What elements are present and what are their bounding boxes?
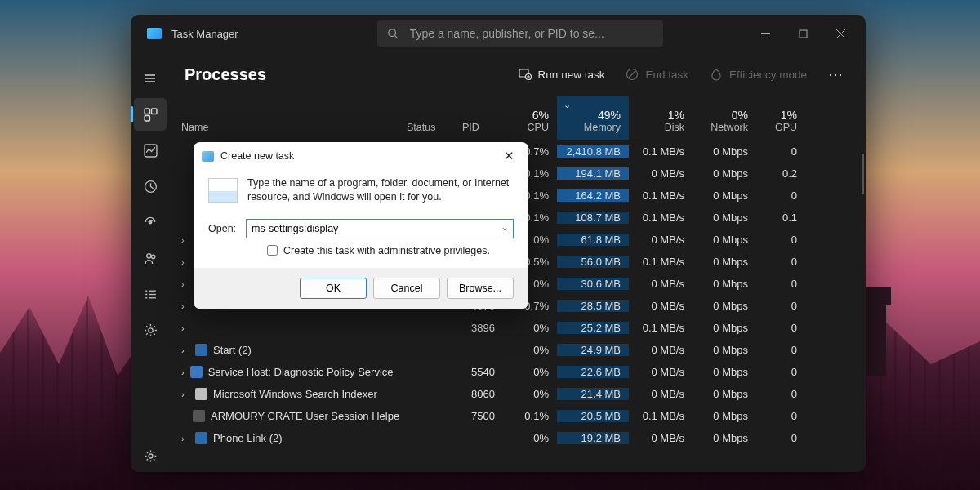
sidebar-item-history[interactable] (134, 170, 167, 203)
cell-network: 0 Mbps (693, 189, 756, 202)
sidebar-item-details[interactable] (134, 278, 167, 310)
end-task-button[interactable]: End task (619, 63, 695, 86)
sidebar-item-startup[interactable] (134, 206, 167, 238)
cell-disk: 0.1 MB/s (629, 256, 693, 268)
dialog-title: Create new task (220, 150, 491, 162)
sidebar-hamburger[interactable] (134, 62, 167, 95)
col-memory[interactable]: 49%Memory (557, 96, 629, 140)
table-row[interactable]: ›Start (2)0%24.9 MB0 MB/s0 Mbps0 (170, 339, 866, 361)
more-button[interactable]: ⋯ (822, 62, 851, 87)
cell-gpu: 0 (756, 234, 805, 246)
svg-rect-3 (800, 30, 807, 38)
cell-gpu: 0 (756, 388, 805, 400)
expand-icon[interactable]: › (181, 434, 189, 443)
cell-cpu: 0% (503, 388, 557, 400)
svg-rect-11 (145, 115, 149, 120)
run-new-task-button[interactable]: Run new task (512, 63, 612, 86)
col-gpu[interactable]: 1%GPU (756, 96, 805, 140)
open-input[interactable] (246, 219, 514, 238)
expand-icon[interactable]: › (181, 301, 189, 311)
cell-network: 0 Mbps (693, 234, 756, 246)
cell-memory: 30.6 MB (557, 278, 629, 290)
table-row[interactable]: ›Phone Link (2)0%19.2 MB0 MB/s0 Mbps0 (170, 427, 866, 449)
cell-disk: 0 MB/s (629, 278, 693, 290)
admin-checkbox[interactable] (267, 245, 278, 256)
expand-icon[interactable]: › (181, 257, 189, 267)
cell-network: 0 Mbps (693, 344, 756, 356)
scrollbar-thumb[interactable] (862, 154, 864, 194)
table-row[interactable]: ›38960%25.2 MB0.1 MB/s0 Mbps0 (170, 317, 866, 339)
cell-network: 0 Mbps (693, 167, 756, 180)
run-dialog-icon (208, 178, 238, 203)
cell-cpu: 0.1% (503, 410, 557, 422)
cell-network: 0 Mbps (693, 256, 756, 268)
col-name[interactable]: Name (170, 96, 399, 140)
cell-cpu: 0% (503, 366, 557, 378)
cell-memory: 2,410.8 MB (557, 145, 629, 158)
cell-disk: 0.1 MB/s (629, 322, 693, 334)
process-icon (190, 366, 203, 378)
cell-network: 0 Mbps (693, 145, 756, 158)
sidebar-item-processes[interactable] (134, 98, 167, 131)
wallpaper-tower (865, 302, 886, 376)
cell-network: 0 Mbps (693, 212, 756, 224)
cell-cpu: 0% (503, 432, 557, 444)
process-icon (195, 432, 207, 444)
cell-cpu: 0% (503, 344, 557, 356)
col-status[interactable]: Status (399, 96, 454, 140)
process-name: ARMOURY CRATE User Session Helper (211, 410, 399, 422)
cell-network: 0 Mbps (693, 322, 756, 334)
expand-icon[interactable]: › (181, 279, 189, 289)
run-new-task-label: Run new task (538, 69, 605, 81)
dialog-footer: OK Cancel Browse... (194, 268, 528, 309)
close-button[interactable] (822, 17, 859, 50)
sidebar-item-users[interactable] (134, 242, 167, 274)
svg-line-31 (629, 71, 635, 78)
svg-point-25 (149, 454, 153, 458)
search-placeholder: Type a name, publisher, or PID to se... (410, 27, 604, 40)
table-row[interactable]: ›Service Host: Diagnostic Policy Service… (170, 361, 866, 383)
col-pid[interactable]: PID (454, 96, 503, 140)
expand-icon[interactable]: › (181, 235, 189, 245)
dialog-close-button[interactable]: ✕ (497, 149, 520, 163)
cell-memory: 61.8 MB (557, 234, 629, 246)
cell-gpu: 0.1 (756, 212, 805, 224)
admin-checkbox-row[interactable]: Create this task with administrative pri… (267, 245, 514, 256)
cell-pid: 3896 (454, 322, 503, 334)
cancel-button[interactable]: Cancel (373, 278, 440, 299)
cell-disk: 0 MB/s (629, 234, 693, 246)
cell-network: 0 Mbps (693, 432, 756, 444)
maximize-button[interactable] (784, 17, 822, 50)
end-task-icon (626, 68, 639, 81)
cell-memory: 20.5 MB (557, 410, 629, 422)
cell-memory: 21.4 MB (557, 388, 629, 400)
sidebar-item-performance[interactable] (134, 134, 167, 167)
col-network[interactable]: 0%Network (693, 96, 756, 140)
sidebar-item-services[interactable] (134, 314, 167, 346)
expand-icon[interactable]: › (181, 345, 189, 355)
toolbar: Processes Run new task End task Efficien… (170, 52, 866, 96)
table-row[interactable]: ARMOURY CRATE User Session Helper75000.1… (170, 405, 866, 427)
col-cpu[interactable]: 6%CPU (503, 96, 557, 140)
expand-icon[interactable]: › (181, 323, 189, 333)
efficiency-mode-button[interactable]: Efficiency mode (703, 63, 813, 86)
col-disk[interactable]: 1%Disk (629, 96, 693, 140)
app-icon (147, 28, 162, 39)
svg-point-0 (388, 29, 395, 37)
sidebar-item-settings[interactable] (134, 439, 167, 472)
svg-point-16 (146, 253, 150, 257)
expand-icon[interactable]: › (181, 368, 185, 377)
cell-gpu: 0 (756, 366, 805, 378)
table-row[interactable]: ›Microsoft Windows Search Indexer80600%2… (170, 383, 866, 405)
cell-disk: 0.1 MB/s (629, 145, 693, 158)
expand-icon[interactable]: › (181, 390, 189, 399)
cell-network: 0 Mbps (693, 388, 756, 400)
browse-button[interactable]: Browse... (447, 278, 514, 299)
efficiency-label: Efficiency mode (729, 69, 807, 81)
cell-disk: 0 MB/s (629, 167, 693, 180)
cell-memory: 25.2 MB (557, 322, 629, 334)
cell-pid: 5540 (454, 366, 503, 378)
minimize-button[interactable] (746, 17, 784, 50)
search-input[interactable]: Type a name, publisher, or PID to se... (377, 20, 663, 47)
ok-button[interactable]: OK (300, 278, 367, 299)
